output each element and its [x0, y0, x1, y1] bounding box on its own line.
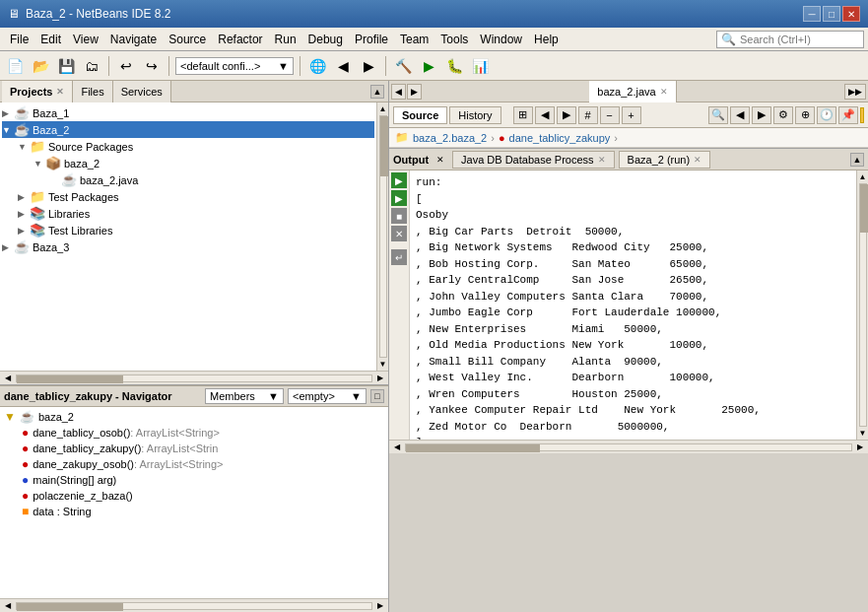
debug-button[interactable]: 🐛	[443, 55, 465, 77]
out-h-scroll-right[interactable]: ▶	[854, 442, 866, 452]
editor-tab-scroll-left[interactable]: ◀	[391, 84, 406, 100]
maximize-button[interactable]: □	[823, 6, 840, 22]
tree-item-baza2-package[interactable]: ▼ 📦 baza_2	[2, 155, 374, 171]
output-vscrollbar[interactable]: ▲ ▼	[856, 170, 868, 440]
h-scroll-right[interactable]: ▶	[374, 373, 386, 383]
output-tab-db[interactable]: Java DB Database Process ✕	[452, 151, 615, 169]
search-box[interactable]: 🔍	[716, 31, 864, 48]
output-tab-run[interactable]: Baza_2 (run) ✕	[619, 151, 711, 169]
history-button[interactable]: 🕐	[817, 106, 836, 124]
tree-item-test-packages[interactable]: ▶ 📁 Test Packages	[2, 188, 374, 205]
undo-button[interactable]: ↩	[115, 55, 137, 77]
run-button[interactable]: ▶	[418, 55, 439, 77]
output-title-close[interactable]: ✕	[436, 155, 444, 165]
nav-item-root[interactable]: ▼ ☕ baza_2	[2, 409, 386, 425]
editor-tab-close[interactable]: ✕	[660, 87, 668, 97]
output-scroll-thumb[interactable]	[860, 184, 868, 233]
menu-tools[interactable]: Tools	[434, 31, 474, 48]
output-wrap-button[interactable]: ↵	[391, 249, 407, 265]
h-scroll-right[interactable]: ▶	[374, 600, 386, 611]
save-button[interactable]: 💾	[55, 55, 77, 77]
prev-bookmark[interactable]: ◀	[535, 106, 555, 124]
menu-team[interactable]: Team	[394, 31, 434, 48]
project-tree-hscrollbar[interactable]: ◀ ▶	[0, 371, 388, 384]
forward-button[interactable]: ▶	[358, 55, 379, 77]
menu-edit[interactable]: Edit	[34, 31, 67, 48]
h-scroll-thumb[interactable]	[17, 375, 123, 383]
navigator-hscrollbar[interactable]: ◀ ▶	[0, 598, 388, 612]
save-all-button[interactable]: 🗂	[81, 55, 102, 77]
editor-tab-scroll-end[interactable]: ▶▶	[844, 84, 866, 100]
find-next[interactable]: ▶	[752, 106, 771, 124]
expand-code[interactable]: +	[622, 106, 641, 124]
scroll-down-button[interactable]: ▼	[378, 359, 388, 370]
back-button[interactable]: ◀	[332, 55, 354, 77]
menu-source[interactable]: Source	[163, 31, 212, 48]
history-tab[interactable]: History	[449, 106, 501, 124]
nav-item-field-1[interactable]: ■ data : String	[2, 504, 386, 519]
nav-item-method-5[interactable]: ● polaczenie_z_baza()	[2, 488, 386, 504]
nav-item-method-3[interactable]: ● dane_zakupy_osob() : ArrayList<String>	[2, 456, 386, 472]
globe-button[interactable]: 🌐	[306, 55, 328, 77]
source-tab[interactable]: Source	[393, 106, 447, 124]
output-tab-db-close[interactable]: ✕	[598, 155, 606, 165]
pin-button[interactable]: 📌	[838, 106, 858, 124]
h-scroll-left[interactable]: ◀	[2, 373, 14, 383]
toggle-linenum[interactable]: #	[578, 106, 598, 124]
tree-item-baza2-java[interactable]: ☕ baza_2.java	[2, 171, 374, 188]
editor-scroll-right[interactable]: ▶▶	[842, 82, 868, 102]
build-button[interactable]: 🔨	[392, 55, 414, 77]
tree-item-test-libraries[interactable]: ▶ 📚 Test Libraries	[2, 222, 374, 238]
nav-item-method-2[interactable]: ● dane_tablicy_zakupy() : ArrayList<Stri…	[2, 441, 386, 456]
breadcrumb-method[interactable]: dane_tablicy_zakupy	[509, 132, 611, 144]
nav-item-method-4[interactable]: ● main(String[] arg)	[2, 472, 386, 488]
tree-item-source-packages[interactable]: ▼ 📁 Source Packages	[2, 138, 374, 155]
breadcrumb-package[interactable]: baza_2.baza_2	[413, 132, 487, 144]
tab-projects[interactable]: Projects ✕	[2, 81, 73, 102]
menu-window[interactable]: Window	[474, 31, 528, 48]
menu-debug[interactable]: Debug	[302, 31, 349, 48]
menu-navigate[interactable]: Navigate	[104, 31, 163, 48]
menu-profile[interactable]: Profile	[349, 31, 394, 48]
menu-run[interactable]: Run	[269, 31, 302, 48]
output-clear-button[interactable]: ✕	[391, 226, 407, 241]
out-h-scroll-left[interactable]: ◀	[391, 442, 403, 452]
options-button[interactable]: ⚙	[773, 106, 793, 124]
project-collapse-button[interactable]: ▲	[370, 85, 384, 99]
profile-button[interactable]: 📊	[469, 55, 491, 77]
tree-item-baza2[interactable]: ▼ ☕ Baza_2	[2, 121, 374, 138]
output-step-button[interactable]: ▶	[391, 190, 407, 206]
menu-view[interactable]: View	[67, 31, 104, 48]
menu-refactor[interactable]: Refactor	[212, 31, 268, 48]
output-hscrollbar[interactable]: ◀ ▶	[389, 440, 868, 453]
open-button[interactable]: 📂	[30, 55, 51, 77]
out-h-scroll-thumb[interactable]	[406, 444, 540, 452]
members-dropdown[interactable]: Members ▼	[205, 388, 284, 404]
editor-tab-baza2java[interactable]: baza_2.java ✕	[589, 81, 676, 102]
menu-help[interactable]: Help	[528, 31, 565, 48]
new-file-button[interactable]: 📄	[4, 55, 26, 77]
find-button[interactable]: 🔍	[708, 106, 728, 124]
navigator-collapse-button[interactable]: □	[370, 389, 384, 403]
tab-files[interactable]: Files	[73, 81, 112, 102]
fold-code[interactable]: −	[600, 106, 620, 124]
output-run-button[interactable]: ▶	[391, 172, 407, 188]
toggle-bookmark[interactable]: ⊞	[513, 106, 533, 124]
find-prev[interactable]: ◀	[730, 106, 750, 124]
h-scroll-left[interactable]: ◀	[2, 600, 14, 611]
tree-item-libraries[interactable]: ▶ 📚 Libraries	[2, 205, 374, 222]
config-dropdown[interactable]: <default confi...> ▼	[175, 57, 294, 75]
output-tab-run-close[interactable]: ✕	[694, 155, 701, 165]
output-scroll-up[interactable]: ▲	[859, 172, 867, 181]
next-bookmark[interactable]: ▶	[557, 106, 576, 124]
tree-item-baza3[interactable]: ▶ ☕ Baza_3	[2, 238, 374, 255]
project-tree-scrollbar[interactable]: ▲ ▼	[376, 102, 388, 371]
editor-tab-scroll-right[interactable]: ▶	[407, 84, 422, 100]
nav-item-method-1[interactable]: ● dane_tablicy_osob() : ArrayList<String…	[2, 425, 386, 441]
scroll-up-button[interactable]: ▲	[378, 103, 388, 114]
search-input[interactable]	[740, 34, 858, 45]
filter-dropdown[interactable]: <empty> ▼	[288, 388, 367, 404]
output-scroll-down[interactable]: ▼	[859, 429, 867, 438]
tab-projects-close[interactable]: ✕	[56, 87, 64, 97]
editor-scroll-left[interactable]: ◀ ▶	[389, 82, 424, 102]
